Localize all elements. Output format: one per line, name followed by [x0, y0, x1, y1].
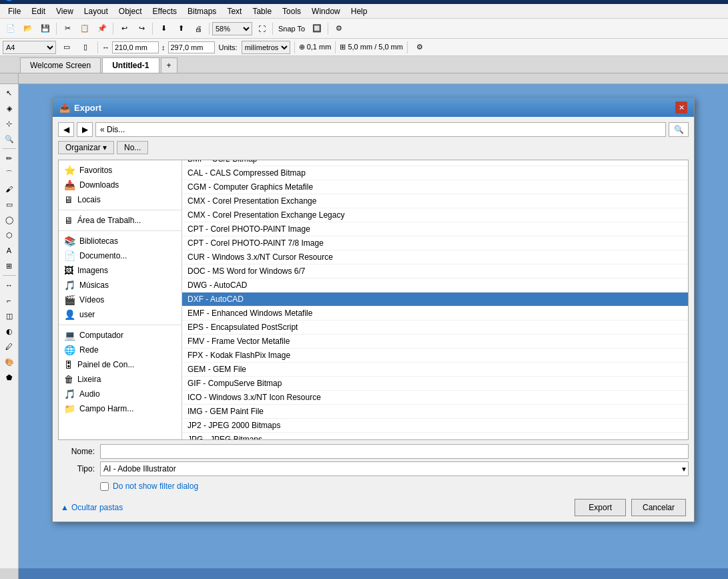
format-item[interactable]: CGM - Computer Graphics Metafile: [182, 180, 688, 194]
format-item[interactable]: CAL - CALS Compressed Bitmap: [182, 166, 688, 180]
paste-btn[interactable]: 📌: [94, 21, 110, 36]
format-item[interactable]: CPT - Corel PHOTO-PAINT Image: [182, 222, 688, 236]
nome-input[interactable]: [100, 444, 689, 459]
table-tool[interactable]: ⊞: [2, 258, 17, 273]
text-tool[interactable]: A: [2, 243, 17, 258]
format-item[interactable]: DXF - AutoCAD: [182, 293, 688, 307]
cut-btn[interactable]: ✂: [59, 21, 75, 36]
format-item[interactable]: JPG - JPEG Bitmaps: [182, 433, 688, 439]
nav-back-btn[interactable]: ◀: [58, 122, 74, 137]
format-item[interactable]: JP2 - JPEG 2000 Bitmaps: [182, 419, 688, 433]
options-btn[interactable]: ⚙: [331, 21, 347, 36]
sidebar-item-campo[interactable]: 📁 Campo Harm...: [59, 401, 181, 416]
no-filter-checkbox[interactable]: [100, 482, 109, 491]
save-btn[interactable]: 💾: [37, 21, 53, 36]
sidebar-item-favoritos[interactable]: ⭐ Favoritos: [59, 163, 181, 178]
menu-table[interactable]: Table: [247, 5, 277, 17]
menu-view[interactable]: View: [51, 5, 79, 17]
menu-edit[interactable]: Edit: [26, 5, 51, 17]
format-item[interactable]: GIF - CompuServe Bitmap: [182, 377, 688, 391]
format-item[interactable]: CPT - Corel PHOTO-PAINT 7/8 Image: [182, 236, 688, 250]
page-settings-btn[interactable]: ⚙: [412, 40, 428, 55]
art-media-tool[interactable]: 🖌: [2, 182, 17, 196]
undo-btn[interactable]: ↩: [116, 21, 132, 36]
crop-tool[interactable]: ⊹: [2, 116, 17, 131]
sidebar-item-locais[interactable]: 🖥 Locais: [59, 192, 181, 207]
ellipse-tool[interactable]: ◯: [2, 212, 17, 227]
sidebar-item-imagens[interactable]: 🖼 Imagens: [59, 263, 181, 278]
format-item[interactable]: FMV - Frame Vector Metafile: [182, 335, 688, 349]
import-btn[interactable]: ⬇: [155, 21, 171, 36]
format-item[interactable]: EPS - Encapsulated PostScript: [182, 321, 688, 335]
sidebar-item-bibliotecas[interactable]: 📚 Bibliotecas: [59, 234, 181, 248]
new-btn[interactable]: 📄: [3, 21, 19, 36]
sidebar-item-painel[interactable]: 🎛 Painel de Con...: [59, 357, 181, 372]
zoom-tool[interactable]: 🔍: [2, 132, 17, 146]
export-button[interactable]: Export: [575, 499, 626, 516]
polygon-tool[interactable]: ⬡: [2, 228, 17, 242]
export-btn[interactable]: ⬆: [173, 21, 189, 36]
format-item[interactable]: BMP - OS/2 Bitmap: [182, 160, 688, 166]
tab-welcome[interactable]: Welcome Screen: [20, 57, 101, 73]
sidebar-item-audio[interactable]: 🎵 Audio: [59, 387, 181, 401]
select-tool[interactable]: ↖: [2, 85, 17, 100]
organize-btn[interactable]: Organizar ▾: [58, 141, 114, 154]
sidebar-item-musicas[interactable]: 🎵 Músicas: [59, 278, 181, 293]
sidebar-item-user[interactable]: 👤 user: [59, 307, 181, 322]
format-item[interactable]: CMX - Corel Presentation Exchange Legacy: [182, 208, 688, 222]
format-item[interactable]: CUR - Windows 3.x/NT Cursor Resource: [182, 250, 688, 264]
sidebar-item-rede[interactable]: 🌐 Rede: [59, 343, 181, 357]
format-item[interactable]: IMG - GEM Paint File: [182, 405, 688, 419]
format-item[interactable]: FPX - Kodak FlashPix Image: [182, 349, 688, 363]
tipo-select[interactable]: AI - Adobe Illustrator: [100, 461, 689, 476]
print-btn[interactable]: 🖨: [190, 21, 206, 36]
freehand-tool[interactable]: ✏: [2, 151, 17, 166]
menu-file[interactable]: File: [3, 5, 26, 17]
sidebar-item-computador[interactable]: 💻 Computador: [59, 328, 181, 343]
format-item[interactable]: ICO - Windows 3.x/NT Icon Resource: [182, 391, 688, 405]
sidebar-item-downloads[interactable]: 📥 Downloads: [59, 178, 181, 192]
zoom-fit-btn[interactable]: ⛶: [254, 21, 270, 36]
tab-add[interactable]: +: [161, 57, 177, 73]
menu-window[interactable]: Window: [306, 5, 346, 17]
connector-tool[interactable]: ⌐: [2, 293, 17, 308]
cancel-button[interactable]: Cancelar: [631, 499, 686, 516]
format-item[interactable]: GEM - GEM File: [182, 363, 688, 377]
copy-btn[interactable]: 📋: [77, 21, 93, 36]
menu-bitmaps[interactable]: Bitmaps: [182, 5, 222, 17]
parallel-dim-tool[interactable]: ↔: [2, 278, 17, 293]
nav-search-btn[interactable]: 🔍: [669, 122, 689, 137]
units-select[interactable]: milímetros: [242, 41, 290, 54]
tab-untitled[interactable]: Untitled-1: [102, 57, 159, 73]
open-btn[interactable]: 📂: [20, 21, 36, 36]
menu-effects[interactable]: Effects: [147, 5, 182, 17]
page-size-select[interactable]: A4: [3, 41, 56, 54]
hide-folders-button[interactable]: ▲ Ocultar pastas: [61, 503, 123, 512]
landscape-btn[interactable]: ▯: [77, 40, 93, 55]
menu-tools[interactable]: Tools: [277, 5, 306, 17]
interactive-fill-tool[interactable]: 🎨: [2, 355, 17, 369]
menu-help[interactable]: Help: [346, 5, 373, 17]
node-tool[interactable]: ◈: [2, 101, 17, 116]
smart-fill-tool[interactable]: ⬟: [2, 370, 17, 385]
format-item[interactable]: DOC - MS Word for Windows 6/7: [182, 264, 688, 278]
rect-tool[interactable]: ▭: [2, 197, 17, 212]
format-item[interactable]: DWG - AutoCAD: [182, 278, 688, 293]
dialog-close-button[interactable]: ✕: [675, 102, 687, 114]
height-field[interactable]: [168, 41, 215, 53]
zoom-select[interactable]: 58%: [212, 22, 252, 35]
bezier-tool[interactable]: ⌒: [2, 166, 17, 181]
menu-layout[interactable]: Layout: [79, 5, 113, 17]
format-item[interactable]: CMX - Corel Presentation Exchange: [182, 194, 688, 208]
menu-text[interactable]: Text: [222, 5, 247, 17]
color-eyedrop-tool[interactable]: 🖊: [2, 339, 17, 354]
shadow-tool[interactable]: ◫: [2, 309, 17, 323]
width-field[interactable]: [112, 41, 159, 53]
sidebar-item-documentos[interactable]: 📄 Documento...: [59, 248, 181, 263]
new-folder-btn[interactable]: No...: [117, 141, 148, 154]
sidebar-item-videos[interactable]: 🎬 Vídeos: [59, 293, 181, 307]
sidebar-item-lixeira[interactable]: 🗑 Lixeira: [59, 372, 181, 387]
format-item[interactable]: EMF - Enhanced Windows Metafile: [182, 307, 688, 321]
nav-forward-btn[interactable]: ▶: [77, 122, 93, 137]
menu-object[interactable]: Object: [113, 5, 147, 17]
